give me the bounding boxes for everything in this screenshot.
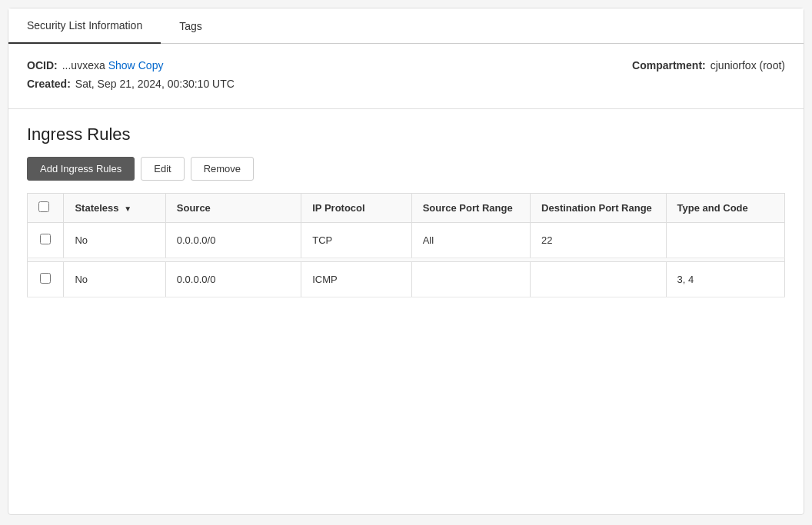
cell-source: 0.0.0.0/0 — [165, 223, 301, 258]
copy-link[interactable]: Copy — [138, 59, 164, 71]
cell-destination_port_range — [531, 262, 666, 297]
tab-tags[interactable]: Tags — [161, 8, 221, 43]
col-header-type-and-code: Type and Code — [666, 194, 784, 223]
col-header-ip-protocol: IP Protocol — [301, 194, 411, 223]
created-field: Created: Sat, Sep 21, 2024, 00:30:10 UTC — [27, 78, 785, 90]
cell-ip_protocol: TCP — [301, 223, 411, 258]
header-checkbox-cell — [28, 194, 64, 223]
cell-stateless: No — [64, 262, 165, 297]
select-all-checkbox[interactable] — [38, 201, 49, 212]
info-row-ocid: OCID: ...uvxexa Show Copy Compartment: c… — [27, 59, 785, 71]
edit-button[interactable]: Edit — [141, 157, 184, 181]
col-header-source-port-range: Source Port Range — [411, 194, 530, 223]
col-header-source: Source — [165, 194, 301, 223]
table-body: No0.0.0.0/0TCPAll22No0.0.0.0/0ICMP3, 4 — [28, 223, 785, 297]
tabs-bar: Security List Information Tags — [8, 8, 804, 44]
ocid-label: OCID: — [27, 59, 58, 71]
created-label: Created: — [27, 78, 71, 90]
cell-ip_protocol: ICMP — [301, 262, 411, 297]
ingress-rules-table: Stateless ▼ Source IP Protocol Source Po… — [27, 193, 785, 297]
ocid-field: OCID: ...uvxexa Show Copy — [27, 59, 163, 71]
ingress-section: Ingress Rules Add Ingress Rules Edit Rem… — [8, 109, 804, 313]
page-wrapper: Security List Information Tags OCID: ...… — [8, 8, 804, 515]
row-checkbox-1[interactable] — [40, 234, 51, 244]
table-row: No0.0.0.0/0ICMP3, 4 — [28, 262, 785, 297]
ingress-toolbar: Add Ingress Rules Edit Remove — [27, 157, 785, 181]
cell-source: 0.0.0.0/0 — [165, 262, 301, 297]
cell-type_and_code — [666, 223, 784, 258]
remove-button[interactable]: Remove — [191, 157, 254, 181]
col-stateless-label: Stateless — [75, 202, 118, 214]
tab-security-list-info[interactable]: Security List Information — [8, 8, 161, 44]
cell-source_port_range: All — [411, 223, 530, 258]
sort-indicator-stateless: ▼ — [124, 204, 131, 213]
cell-destination_port_range: 22 — [531, 223, 666, 258]
row-checkbox-2[interactable] — [40, 273, 51, 284]
info-section: OCID: ...uvxexa Show Copy Compartment: c… — [8, 44, 804, 109]
created-value: Sat, Sep 21, 2024, 00:30:10 UTC — [75, 78, 235, 90]
table-header-row: Stateless ▼ Source IP Protocol Source Po… — [28, 194, 785, 223]
cell-source_port_range — [411, 262, 530, 297]
row-checkbox-cell — [28, 262, 64, 297]
show-link[interactable]: Show — [108, 59, 135, 71]
cell-type_and_code: 3, 4 — [666, 262, 784, 297]
compartment-field: Compartment: cjuniorfox (root) — [632, 59, 785, 71]
cell-stateless: No — [64, 223, 165, 258]
compartment-label: Compartment: — [632, 59, 706, 71]
add-ingress-rules-button[interactable]: Add Ingress Rules — [27, 157, 135, 181]
compartment-value: cjuniorfox (root) — [710, 59, 785, 71]
table-row: No0.0.0.0/0TCPAll22 — [28, 223, 785, 258]
ingress-rules-title: Ingress Rules — [27, 125, 785, 145]
col-header-stateless[interactable]: Stateless ▼ — [64, 194, 165, 223]
ocid-value: ...uvxexa — [62, 59, 105, 71]
col-header-destination-port-range: Destination Port Range — [531, 194, 666, 223]
row-checkbox-cell — [28, 223, 64, 258]
